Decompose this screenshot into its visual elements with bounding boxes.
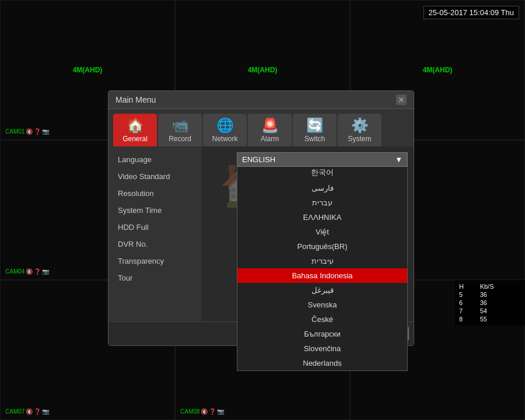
tab-network-label: Network [212,135,237,143]
alarm-icon: 🚨 [261,117,279,134]
dropdown-option[interactable]: Việt [237,225,407,239]
dropdown-option[interactable]: 한국어 [237,167,407,181]
sidebar-item-hdd-full[interactable]: HDD Full [108,219,202,236]
tab-network[interactable]: 🌐 Network [203,114,247,146]
dropdown-option[interactable]: Български [237,327,407,341]
tab-system[interactable]: ⚙️ System [338,114,382,146]
language-dropdown-list[interactable]: ENGLISHFRANCAISDEUTSCHERPORTUGUETüRKIYEP… [237,167,408,371]
menu-sidebar: Language Video Standard Resolution Syste… [108,146,202,321]
tab-general[interactable]: 🏠 General [113,114,157,146]
menu-content: 🏠 ENGLISH ▼ ENGLISHFRANCAISDEUTSCHERPORT… [202,146,414,321]
tab-alarm[interactable]: 🚨 Alarm [248,114,292,146]
dropdown-option[interactable]: Slovenčina [237,341,407,356]
dropdown-option[interactable]: עיברית [237,254,407,268]
record-icon: 📹 [172,117,189,134]
sidebar-item-language[interactable]: Language [108,151,202,168]
language-dropdown-container: ENGLISH ▼ ENGLISHFRANCAISDEUTSCHERPORTUG… [237,152,408,371]
sidebar-item-tour[interactable]: Tour [108,270,202,286]
dropdown-option[interactable]: Português(BR) [237,239,407,254]
sidebar-item-resolution[interactable]: Resolution [108,185,202,202]
general-icon: 🏠 [127,117,144,134]
network-icon: 🌐 [216,117,234,134]
dropdown-option[interactable]: Nederlands [237,356,407,370]
dropdown-option[interactable]: فارسی [237,181,407,195]
dropdown-option[interactable]: قيبرغل [237,283,407,298]
sidebar-item-system-time[interactable]: System Time [108,202,202,219]
selected-language-label: ENGLISH [242,155,275,164]
dropdown-option[interactable]: České [237,312,407,327]
dropdown-option[interactable]: Svenska [237,298,407,312]
sidebar-item-dvr-no[interactable]: DVR No. [108,236,202,253]
tab-general-label: General [123,135,148,143]
system-icon: ⚙️ [351,117,369,134]
menu-tabs: 🏠 General 📹 Record 🌐 Network 🚨 Alarm 🔄 S… [108,109,414,146]
switch-icon: 🔄 [306,117,324,134]
tab-switch[interactable]: 🔄 Switch [293,114,337,146]
modal-title: Main Menu [116,95,156,104]
modal-overlay: Main Menu ✕ 🏠 General 📹 Record 🌐 Network… [0,0,525,420]
sidebar-item-video-standard[interactable]: Video Standard [108,168,202,185]
language-dropdown-selected[interactable]: ENGLISH ▼ [237,152,408,167]
dropdown-option[interactable]: עברית [237,195,407,210]
sidebar-item-transparency[interactable]: Transparency [108,253,202,270]
dropdown-arrow-icon: ▼ [395,155,402,164]
tab-switch-label: Switch [304,135,325,143]
modal-close-button[interactable]: ✕ [396,94,407,105]
dropdown-option[interactable]: ΕΛΛΗΝΙΚΑ [237,210,407,225]
main-menu-modal: Main Menu ✕ 🏠 General 📹 Record 🌐 Network… [108,90,414,346]
tab-system-label: System [348,135,371,143]
dropdown-option[interactable]: Bahasa Indonesia [237,268,407,283]
tab-alarm-label: Alarm [261,135,279,143]
tab-record-label: Record [169,135,191,143]
tab-record[interactable]: 📹 Record [158,114,202,146]
menu-body: Language Video Standard Resolution Syste… [108,146,414,321]
modal-title-bar: Main Menu ✕ [108,91,414,109]
